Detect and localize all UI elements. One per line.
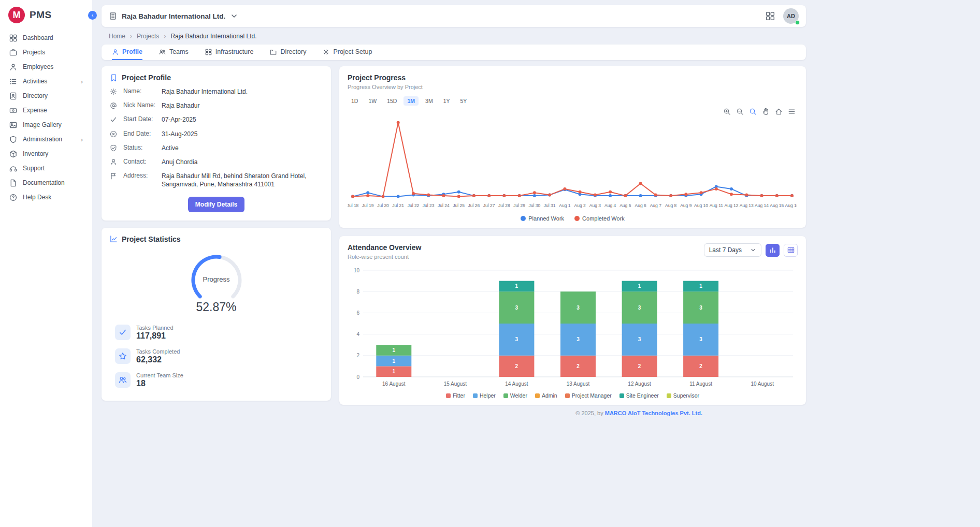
stat-value: 62,332 [136, 355, 180, 364]
legend-item-planned-work[interactable]: Planned Work [521, 215, 564, 222]
sidebar-item-projects[interactable]: Projects [0, 45, 92, 60]
svg-text:Aug 6: Aug 6 [635, 203, 646, 208]
bar-chart-icon [769, 246, 776, 254]
sidebar-item-activities[interactable]: Activities› [0, 74, 92, 89]
topbar: Raja Bahadur International Ltd. AD [102, 5, 806, 27]
tab-profile[interactable]: Profile [112, 45, 142, 60]
svg-text:Jul 19: Jul 19 [362, 203, 374, 208]
apps-grid-button[interactable] [766, 11, 775, 21]
legend-marker [619, 393, 624, 398]
profile-field-start-date: Start Date:07-Apr-2025 [110, 115, 323, 124]
svg-text:6: 6 [356, 310, 359, 316]
stat-rows: Tasks Planned117,891Tasks Completed62,33… [110, 325, 323, 388]
table-view-toggle-button[interactable] [784, 244, 798, 257]
attendance-chart[interactable]: 024681011116 August15 August233114 Augus… [348, 265, 797, 389]
project-progress-card: Project Progress Progress Overview by Pr… [339, 66, 806, 228]
legend-item-admin[interactable]: Admin [535, 392, 557, 399]
range-3m-button[interactable]: 3M [422, 96, 437, 106]
menu-icon [788, 108, 796, 115]
sidebar-item-documentation[interactable]: Documentation [0, 175, 92, 190]
company-selector[interactable]: Raja Bahadur International Ltd. [109, 12, 238, 20]
field-value: Anuj Chordia [162, 158, 323, 166]
zoom-in-button[interactable] [723, 108, 731, 115]
date-range-select[interactable]: Last 7 Days [704, 243, 761, 257]
zoom-out-icon [736, 108, 744, 115]
svg-text:3: 3 [638, 305, 641, 311]
tab-infrastructure[interactable]: Infrastructure [205, 45, 254, 60]
reset-zoom-button[interactable] [775, 108, 783, 115]
chart-view-toggle-button[interactable] [766, 244, 780, 257]
legend-item-site-engineer[interactable]: Site Engineer [619, 392, 659, 399]
svg-text:8: 8 [356, 289, 359, 295]
sidebar-item-support[interactable]: Support [0, 161, 92, 175]
legend-item-helper[interactable]: Helper [473, 392, 496, 399]
svg-text:1: 1 [393, 369, 396, 374]
svg-text:0: 0 [356, 374, 359, 380]
legend-item-fitter[interactable]: Fitter [446, 392, 465, 399]
svg-text:12 August: 12 August [628, 381, 651, 387]
svg-text:Aug 15: Aug 15 [770, 203, 784, 208]
sidebar-item-inventory[interactable]: Inventory [0, 147, 92, 161]
stat-value: 18 [136, 379, 183, 388]
sidebar-item-label: Documentation [23, 179, 65, 186]
tab-teams[interactable]: Teams [159, 45, 189, 60]
project-progress-chart[interactable]: Jul 18Jul 19Jul 20Jul 21Jul 22Jul 23Jul … [348, 109, 797, 212]
shield-check-icon [110, 144, 117, 152]
chevron-right-icon: › [81, 136, 83, 143]
sidebar-collapse-button[interactable]: ‹ [88, 11, 97, 20]
left-column: Project Profile Name:Raja Bahadur Intern… [102, 66, 331, 405]
legend-item-completed-work[interactable]: Completed Work [574, 215, 625, 222]
legend-label: Admin [542, 392, 557, 399]
modify-details-button[interactable]: Modify Details [188, 197, 244, 212]
content: Project Profile Name:Raja Bahadur Intern… [102, 66, 980, 405]
tab-directory[interactable]: Directory [270, 45, 306, 60]
sidebar-item-expense[interactable]: Expense [0, 103, 92, 118]
legend-item-welder[interactable]: Welder [503, 392, 527, 399]
flag-icon [110, 172, 117, 180]
avatar[interactable]: AD [783, 8, 799, 24]
sidebar-item-administration[interactable]: Administration› [0, 132, 92, 147]
svg-text:1: 1 [638, 283, 641, 289]
legend-item-project-manager[interactable]: Project Manager [565, 392, 612, 399]
breadcrumb-item-projects[interactable]: Projects [137, 33, 159, 40]
svg-text:2: 2 [577, 363, 580, 369]
breadcrumb-item-home[interactable]: Home [109, 33, 125, 40]
range-1w-button[interactable]: 1W [365, 96, 380, 106]
sidebar-item-label: Image Gallery [23, 121, 62, 128]
user-icon [9, 63, 17, 71]
legend-marker [535, 393, 540, 398]
sidebar-item-directory[interactable]: Directory [0, 89, 92, 103]
brand[interactable]: M PMS [0, 0, 92, 31]
range-1m-button[interactable]: 1M [403, 96, 419, 106]
progress-title-text: Project Progress [348, 74, 406, 82]
zoom-out-button[interactable] [736, 108, 744, 115]
sidebar-item-employees[interactable]: Employees [0, 60, 92, 74]
svg-text:Jul 30: Jul 30 [529, 203, 541, 208]
pan-button[interactable] [762, 108, 770, 115]
date-range-value: Last 7 Days [709, 246, 742, 254]
legend-label: Fitter [453, 392, 465, 399]
at-icon [110, 102, 117, 109]
selection-zoom-button[interactable] [749, 108, 757, 115]
sidebar-item-help-desk[interactable]: Help Desk [0, 190, 92, 204]
legend-marker [446, 393, 451, 398]
svg-text:2: 2 [699, 363, 702, 369]
range-5y-button[interactable]: 5Y [456, 96, 470, 106]
sidebar-item-label: Inventory [23, 150, 48, 157]
field-value: 31-Aug-2025 [162, 130, 323, 138]
tab-project-setup[interactable]: Project Setup [323, 45, 372, 60]
legend-item-supervisor[interactable]: Supervisor [667, 392, 699, 399]
range-1d-button[interactable]: 1D [348, 96, 362, 106]
range-1y-button[interactable]: 1Y [440, 96, 454, 106]
sidebar-item-dashboard[interactable]: Dashboard [0, 31, 92, 45]
company-link[interactable]: MARCO AIoT Technologies Pvt. Ltd. [605, 410, 702, 416]
footer: © 2025, by MARCO AIoT Technologies Pvt. … [102, 405, 806, 416]
range-15d-button[interactable]: 15D [383, 96, 400, 106]
svg-text:Aug 9: Aug 9 [680, 203, 691, 208]
chart-menu-button[interactable] [788, 108, 796, 115]
sidebar-item-image-gallery[interactable]: Image Gallery [0, 118, 92, 132]
stat-label: Current Team Size [136, 372, 183, 378]
online-status-dot [795, 20, 800, 25]
sidebar: M PMS DashboardProjectsEmployeesActiviti… [0, 0, 92, 527]
hand-icon [762, 108, 770, 115]
